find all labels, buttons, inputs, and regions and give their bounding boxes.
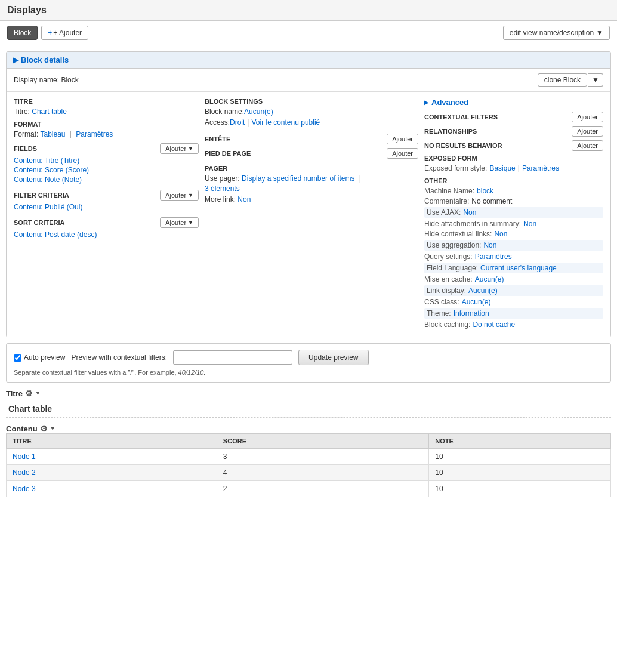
mise-en-cache-label: Mise en cache:	[424, 275, 473, 283]
filter-criteria-ajouter-button[interactable]: Ajouter ▼	[160, 190, 199, 201]
entete-header: ENTÊTE Ajouter	[205, 134, 418, 144]
three-col-layout: TITRE Titre: Chart table FORMAT Format: …	[7, 92, 610, 337]
link-display-value[interactable]: Aucun(e)	[468, 286, 498, 295]
titre-gear-icon[interactable]: ⚙	[25, 389, 33, 398]
commentaire-value: No comment	[471, 197, 512, 205]
commentaire-label: Commentaire:	[424, 197, 469, 205]
field-item-2[interactable]: Contenu: Score (Score)	[14, 166, 199, 174]
css-class-value[interactable]: Aucun(e)	[462, 298, 491, 306]
field-item-1[interactable]: Contenu: Titre (Titre)	[14, 156, 199, 165]
mise-en-cache-value[interactable]: Aucun(e)	[475, 275, 504, 283]
titre-field-row: Titre: Chart table	[14, 107, 199, 116]
chevron-down-icon: ▼	[596, 29, 603, 37]
col-right: ▶ Advanced CONTEXTUAL FILTERS Ajouter RE…	[424, 98, 603, 331]
sort-item-1[interactable]: Contenu: Post date (desc)	[14, 230, 199, 239]
col-note-header: NOTE	[429, 434, 611, 449]
exposed-form-style-label: Exposed form style:	[424, 164, 487, 172]
commentaire-row: Commentaire: No comment	[424, 197, 603, 205]
format-label: Format:	[14, 130, 38, 138]
table-cell-titre[interactable]: Node 1	[7, 449, 217, 465]
format-section-label: FORMAT	[14, 121, 199, 128]
titre-section-title: Titre ⚙ ▼	[6, 389, 611, 398]
use-aggregation-value[interactable]: Non	[483, 241, 496, 249]
query-settings-row: Query settings: Paramètres	[424, 252, 603, 261]
titre-value-link[interactable]: Chart table	[32, 107, 67, 116]
pager-label: PAGER	[205, 165, 418, 172]
contenu-section-title: Contenu ⚙ ▼	[6, 424, 611, 433]
advanced-label[interactable]: Advanced	[431, 98, 468, 107]
sort-criteria-label: SORT CRITERIA	[14, 219, 65, 226]
titre-arrow-down-icon[interactable]: ▼	[35, 390, 41, 396]
sort-criteria-ajouter-button[interactable]: Ajouter ▼	[160, 217, 199, 228]
no-results-ajouter[interactable]: Ajouter	[572, 140, 603, 151]
table-cell-titre[interactable]: Node 2	[7, 465, 217, 481]
fields-ajouter-button[interactable]: Ajouter ▼	[160, 143, 199, 154]
contenu-arrow-down-icon[interactable]: ▼	[50, 426, 55, 431]
fields-ajouter-arrow: ▼	[188, 146, 193, 152]
hide-contextual-value[interactable]: Non	[494, 230, 507, 238]
preview-controls: Auto preview Preview with contextual fil…	[14, 350, 603, 365]
entete-ajouter-button[interactable]: Ajouter	[387, 134, 418, 144]
hide-contextual-row: Hide contextual links: Non	[424, 230, 603, 238]
display-name-value: Block	[61, 76, 78, 84]
update-preview-button[interactable]: Update preview	[298, 350, 368, 365]
table-cell-score: 3	[217, 449, 428, 465]
table-header-row: TITRE SCORE NOTE	[7, 434, 611, 449]
no-results-row: NO RESULTS BEHAVIOR Ajouter	[424, 140, 603, 151]
use-ajax-value[interactable]: Non	[463, 208, 476, 217]
ef-pipe: |	[518, 164, 520, 172]
field-item-3[interactable]: Contenu: Note (Note)	[14, 175, 199, 184]
field-language-value[interactable]: Current user's language	[480, 264, 557, 272]
use-pager-label: Use pager:	[205, 174, 240, 183]
access-value[interactable]: Droit	[230, 118, 245, 127]
hide-attachments-row: Hide attachments in summary: Non	[424, 220, 603, 228]
display-name-text: Display name: Block	[14, 76, 79, 84]
table-cell-titre[interactable]: Node 3	[7, 481, 217, 497]
pager-elements-row: 3 éléments	[205, 184, 418, 193]
block-name-value[interactable]: Aucun(e)	[244, 107, 273, 116]
pager-section: PAGER Use pager: Display a specified num…	[205, 165, 418, 204]
exposed-form-style-value[interactable]: Basique	[489, 164, 515, 172]
auto-preview-label[interactable]: Auto preview	[14, 353, 65, 362]
block-caching-row: Block caching: Do not cache	[424, 320, 603, 329]
voir-link[interactable]: Voir le contenu publié	[251, 118, 320, 127]
more-link-value[interactable]: Non	[237, 195, 251, 204]
col-mid: BLOCK SETTINGS Block name: Aucun(e) Acce…	[205, 98, 418, 331]
hide-attachments-value[interactable]: Non	[523, 220, 536, 228]
titre-label: Titre:	[14, 107, 30, 116]
filter-criteria-label: FILTER CRITERIA	[14, 192, 69, 199]
clone-block-dropdown[interactable]: ▼	[588, 73, 603, 87]
contextual-filter-input[interactable]	[173, 350, 292, 365]
query-settings-value[interactable]: Paramètres	[475, 252, 512, 261]
pied-de-page-ajouter-button[interactable]: Ajouter	[387, 148, 418, 159]
sort-list: Contenu: Post date (desc)	[14, 230, 199, 239]
display-name-row: Display name: Block clone Block ▼	[7, 69, 610, 92]
auto-preview-checkbox[interactable]	[14, 354, 21, 362]
contextual-filters-ajouter[interactable]: Ajouter	[572, 112, 603, 122]
use-aggregation-row: Use aggregation: Non	[424, 240, 603, 251]
use-pager-value[interactable]: Display a specified number of items	[242, 174, 354, 183]
table-cell-note: 10	[429, 465, 611, 481]
theme-value[interactable]: Information	[454, 309, 489, 317]
clone-block-button[interactable]: clone Block	[538, 73, 587, 87]
block-caching-label: Block caching:	[424, 320, 470, 329]
mise-en-cache-row: Mise en cache: Aucun(e)	[424, 275, 603, 283]
field-language-label: Field Language:	[427, 264, 478, 272]
use-pager-row: Use pager: Display a specified number of…	[205, 174, 418, 183]
contenu-gear-icon[interactable]: ⚙	[40, 424, 48, 433]
format-field-row: Format: Tableau | Paramètres	[14, 130, 199, 138]
edit-view-button[interactable]: edit view name/description ▼	[503, 26, 610, 40]
format-parametres-link[interactable]: Paramètres	[76, 130, 113, 138]
exposed-form-parametres[interactable]: Paramètres	[522, 164, 559, 172]
block-caching-value[interactable]: Do not cache	[473, 320, 515, 329]
block-details-header[interactable]: ▶ Block details	[7, 52, 610, 69]
contextual-filters-row: CONTEXTUAL FILTERS Ajouter	[424, 112, 603, 122]
machine-name-value[interactable]: block	[477, 187, 493, 195]
format-value-link[interactable]: Tableau	[40, 130, 65, 138]
block-button[interactable]: Block	[7, 26, 38, 40]
relationships-ajouter[interactable]: Ajouter	[572, 126, 603, 137]
filter-item-1[interactable]: Contenu: Publié (Oui)	[14, 203, 199, 211]
ajouter-button[interactable]: ++ Ajouter	[41, 26, 88, 40]
triangle-icon: ▶	[13, 56, 18, 64]
elements-value[interactable]: 3 éléments	[205, 184, 240, 193]
